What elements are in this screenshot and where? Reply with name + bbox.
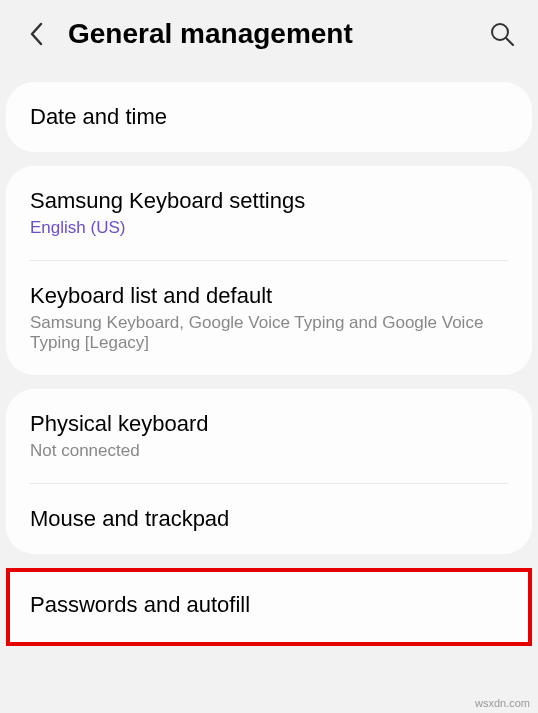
settings-group: Samsung Keyboard settings English (US) K… bbox=[6, 166, 532, 375]
item-title: Passwords and autofill bbox=[30, 592, 508, 618]
item-title: Samsung Keyboard settings bbox=[30, 188, 508, 214]
settings-group: Physical keyboard Not connected Mouse an… bbox=[6, 389, 532, 554]
back-button[interactable] bbox=[22, 20, 50, 48]
item-subtitle: Not connected bbox=[30, 441, 508, 461]
item-subtitle: English (US) bbox=[30, 218, 508, 238]
item-title: Physical keyboard bbox=[30, 411, 508, 437]
header: General management bbox=[0, 0, 538, 68]
item-subtitle: Samsung Keyboard, Google Voice Typing an… bbox=[30, 313, 508, 353]
physical-keyboard[interactable]: Physical keyboard Not connected bbox=[6, 389, 532, 483]
mouse-and-trackpad[interactable]: Mouse and trackpad bbox=[6, 484, 532, 554]
search-button[interactable] bbox=[488, 20, 516, 48]
date-and-time[interactable]: Date and time bbox=[6, 82, 532, 152]
item-title: Keyboard list and default bbox=[30, 283, 508, 309]
item-title: Date and time bbox=[30, 104, 508, 130]
settings-group: Date and time bbox=[6, 82, 532, 152]
passwords-and-autofill[interactable]: Passwords and autofill bbox=[6, 568, 532, 646]
back-icon bbox=[29, 22, 43, 46]
svg-line-1 bbox=[506, 38, 513, 45]
samsung-keyboard-settings[interactable]: Samsung Keyboard settings English (US) bbox=[6, 166, 532, 260]
page-title: General management bbox=[68, 18, 488, 50]
search-icon bbox=[489, 21, 515, 47]
watermark: wsxdn.com bbox=[475, 697, 530, 709]
keyboard-list-and-default[interactable]: Keyboard list and default Samsung Keyboa… bbox=[6, 261, 532, 375]
item-title: Mouse and trackpad bbox=[30, 506, 508, 532]
